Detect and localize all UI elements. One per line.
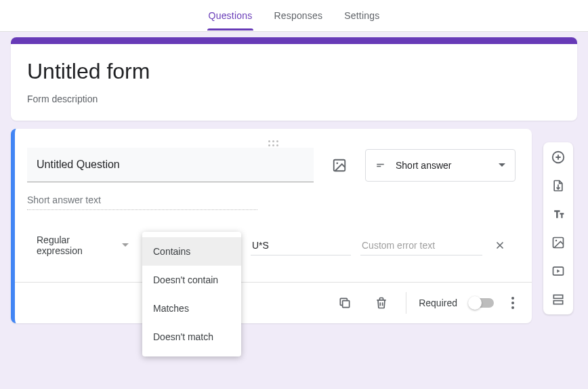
answer-placeholder: Short answer text	[27, 194, 257, 210]
trash-icon	[375, 296, 388, 310]
plus-circle-icon	[551, 150, 566, 165]
import-icon	[551, 179, 565, 192]
side-toolbar	[543, 142, 573, 314]
question-type-label: Short answer	[396, 160, 490, 171]
form-header-card: Untitled form Form description	[11, 37, 577, 121]
svg-rect-2	[377, 163, 384, 165]
add-video-button[interactable]	[549, 262, 568, 281]
validation-type-select[interactable]: Regular expression	[27, 229, 133, 262]
add-title-button[interactable]	[549, 205, 568, 224]
svg-rect-10	[553, 301, 562, 304]
text-icon	[551, 207, 565, 221]
short-answer-icon	[375, 159, 387, 171]
delete-button[interactable]	[369, 291, 394, 315]
form-title[interactable]: Untitled form	[27, 59, 561, 84]
svg-rect-9	[553, 295, 562, 298]
add-question-button[interactable]	[549, 148, 568, 167]
question-card: Short answer Short answer text Regular e…	[11, 129, 532, 323]
svg-point-1	[336, 162, 338, 164]
tab-responses[interactable]: Responses	[272, 1, 324, 30]
video-icon	[551, 264, 565, 278]
question-title-input[interactable]	[27, 148, 314, 182]
close-icon	[494, 239, 506, 251]
image-icon	[551, 236, 565, 249]
validation-error-input[interactable]	[360, 236, 482, 255]
import-questions-button[interactable]	[549, 176, 568, 195]
dropdown-item-matches[interactable]: Matches	[142, 294, 241, 323]
copy-icon	[338, 296, 352, 310]
svg-rect-3	[377, 165, 381, 167]
section-icon	[551, 293, 565, 306]
form-description[interactable]: Form description	[27, 94, 561, 104]
duplicate-button[interactable]	[333, 291, 357, 315]
add-image-section-button[interactable]	[549, 233, 568, 252]
divider	[406, 292, 406, 314]
dropdown-item-contains[interactable]: Contains	[142, 237, 241, 266]
validation-type-label: Regular expression	[37, 234, 115, 256]
chevron-down-icon	[499, 162, 505, 169]
svg-point-7	[555, 240, 558, 242]
add-section-button[interactable]	[549, 290, 568, 309]
validation-condition-menu: Contains Doesn't contain Matches Doesn't…	[142, 232, 241, 356]
chevron-down-icon	[122, 242, 129, 249]
remove-validation-button[interactable]	[492, 237, 508, 253]
tab-questions[interactable]: Questions	[207, 1, 254, 30]
validation-pattern-input[interactable]	[251, 236, 351, 255]
dropdown-item-doesnt-contain[interactable]: Doesn't contain	[142, 266, 241, 294]
form-canvas: Untitled form Form description Short ans…	[0, 32, 588, 334]
required-label: Required	[419, 298, 457, 308]
tab-settings[interactable]: Settings	[343, 1, 381, 30]
svg-rect-4	[343, 301, 350, 308]
tabs-bar: Questions Responses Settings	[0, 0, 588, 32]
more-options-button[interactable]	[506, 291, 520, 314]
drag-handle[interactable]	[15, 129, 532, 148]
dropdown-item-doesnt-match[interactable]: Doesn't match	[142, 323, 241, 351]
add-image-button[interactable]	[326, 152, 353, 179]
image-icon	[332, 158, 347, 173]
validation-row: Regular expression Contains Doesn't cont…	[27, 229, 516, 262]
required-toggle[interactable]	[469, 298, 494, 308]
question-footer: Required	[15, 282, 532, 323]
header-accent	[11, 37, 577, 44]
question-type-select[interactable]: Short answer	[365, 149, 516, 182]
